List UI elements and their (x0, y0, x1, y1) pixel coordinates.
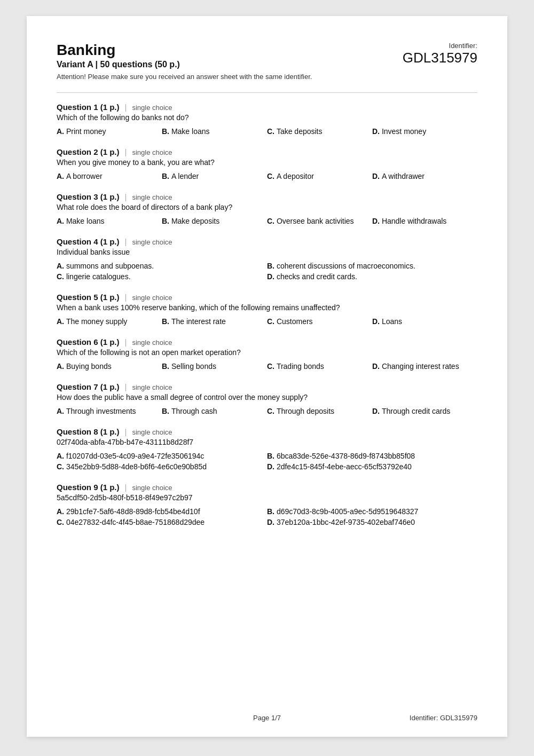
question-1-number: Question 1 (1 p.) (57, 103, 120, 112)
footer-identifier: Identifier: GDL315979 (410, 714, 477, 722)
question-5-option-d: D. Loans (372, 317, 477, 326)
question-1-header: Question 1 (1 p.)|single choice (57, 103, 477, 112)
question-5-option-a: A. The money supply (57, 317, 162, 326)
question-6-option-b: B. Selling bonds (162, 362, 267, 371)
option-letter: C. (267, 172, 277, 180)
option-letter: B. (162, 362, 171, 371)
question-7-option-b: B. Through cash (162, 407, 267, 415)
option-letter: B. (162, 407, 171, 415)
question-7: Question 7 (1 p.)|single choiceHow does … (57, 382, 477, 415)
question-1-option-c: C. Take deposits (267, 127, 372, 136)
option-letter: C. (267, 317, 277, 326)
question-1-option-b: B. Make loans (162, 127, 267, 136)
question-2-number: Question 2 (1 p.) (57, 147, 120, 156)
option-letter: A. (57, 452, 66, 460)
question-6-type: single choice (132, 338, 172, 346)
option-letter: B. (162, 127, 171, 136)
question-9-option-b: B. d69c70d3-8c9b-4005-a9ec-5d9519648327 (267, 507, 477, 516)
option-letter: B. (267, 262, 277, 270)
footer-page: Page 1/7 (253, 714, 281, 722)
question-3-options: A. Make loansB. Make depositsC. Oversee … (57, 217, 477, 225)
question-9-option-c: C. 04e27832-d4fc-4f45-b8ae-751868d29dee (57, 518, 267, 526)
question-7-header: Question 7 (1 p.)|single choice (57, 382, 477, 391)
question-4: Question 4 (1 p.)|single choiceIndividua… (57, 237, 477, 281)
question-8-option-d: D. 2dfe4c15-845f-4ebe-aecc-65cf53792e40 (267, 462, 477, 471)
question-2-separator: | (125, 147, 127, 156)
question-5-separator: | (125, 293, 127, 302)
question-5-type: single choice (132, 294, 172, 302)
option-letter: A. (57, 407, 66, 415)
question-7-option-a: A. Through investments (57, 407, 162, 415)
question-4-type: single choice (132, 238, 172, 246)
question-9-option-d: D. 37eb120a-1bbc-42ef-9735-402ebaf746e0 (267, 518, 477, 526)
questions-container: Question 1 (1 p.)|single choiceWhich of … (57, 103, 477, 526)
question-4-options: A. summons and subpoenas.B. coherent dis… (57, 262, 477, 281)
identifier-value: GDL315979 (403, 50, 477, 66)
question-7-separator: | (125, 382, 127, 391)
question-9-options: A. 29b1cfe7-5af6-48d8-89d8-fcb54be4d10fB… (57, 507, 477, 526)
option-letter: B. (162, 217, 171, 225)
identifier-label: Identifier: (403, 42, 477, 50)
question-8-header: Question 8 (1 p.)|single choice (57, 427, 477, 436)
question-5-header: Question 5 (1 p.)|single choice (57, 293, 477, 302)
question-8-option-b: B. 6bca83de-526e-4378-86d9-f8743bb85f08 (267, 452, 477, 460)
question-3: Question 3 (1 p.)|single choiceWhat role… (57, 192, 477, 225)
option-letter: A. (57, 172, 66, 180)
option-letter: A. (57, 317, 66, 326)
question-1: Question 1 (1 p.)|single choiceWhich of … (57, 103, 477, 136)
question-3-type: single choice (132, 193, 172, 201)
option-letter: A. (57, 362, 66, 371)
question-8-text: 02f740da-abfa-47bb-b47e-43111b8d28f7 (57, 438, 477, 446)
option-letter: D. (372, 407, 382, 415)
option-letter: C. (57, 462, 66, 471)
question-3-separator: | (125, 192, 127, 201)
question-5-option-b: B. The interest rate (162, 317, 267, 326)
header-left: Banking Variant A | 50 questions (50 p.) (57, 42, 180, 69)
question-7-type: single choice (132, 383, 172, 391)
question-7-option-d: D. Through credit cards (372, 407, 477, 415)
question-3-option-c: C. Oversee bank activities (267, 217, 372, 225)
option-letter: D. (372, 172, 382, 180)
question-8-separator: | (125, 427, 127, 436)
question-4-header: Question 4 (1 p.)|single choice (57, 237, 477, 246)
question-7-option-c: C. Through deposits (267, 407, 372, 415)
option-letter: C. (267, 217, 277, 225)
question-2-text: When you give money to a bank, you are w… (57, 158, 477, 167)
question-6-text: Which of the following is not an open ma… (57, 348, 477, 357)
question-9-separator: | (125, 483, 127, 492)
question-5-option-c: C. Customers (267, 317, 372, 326)
question-8-option-a: A. f10207dd-03e5-4c09-a9e4-72fe3506194c (57, 452, 267, 460)
question-4-separator: | (125, 237, 127, 246)
question-9-option-a: A. 29b1cfe7-5af6-48d8-89d8-fcb54be4d10f (57, 507, 267, 516)
option-letter: A. (57, 217, 66, 225)
option-letter: A. (57, 262, 66, 270)
option-letter: B. (267, 452, 277, 460)
question-1-option-a: A. Print money (57, 127, 162, 136)
question-4-option-c: C. lingerie catalogues. (57, 272, 267, 281)
question-5-options: A. The money supplyB. The interest rateC… (57, 317, 477, 326)
question-4-option-b: B. coherent discussions of macroeconomic… (267, 262, 477, 270)
option-letter: C. (57, 272, 66, 281)
question-8-options: A. f10207dd-03e5-4c09-a9e4-72fe3506194cB… (57, 452, 477, 471)
question-6-separator: | (125, 337, 127, 346)
question-8-number: Question 8 (1 p.) (57, 427, 120, 436)
option-letter: A. (57, 127, 66, 136)
question-2-option-b: B. A lender (162, 172, 267, 180)
question-2-option-c: C. A depositor (267, 172, 372, 180)
question-5: Question 5 (1 p.)|single choiceWhen a ba… (57, 293, 477, 326)
question-3-text: What role does the board of directors of… (57, 203, 477, 211)
question-4-text: Individual banks issue (57, 248, 477, 256)
question-7-options: A. Through investmentsB. Through cashC. … (57, 407, 477, 415)
question-4-option-d: D. checks and credit cards. (267, 272, 477, 281)
question-6-option-a: A. Buying bonds (57, 362, 162, 371)
question-3-number: Question 3 (1 p.) (57, 192, 120, 201)
question-6-header: Question 6 (1 p.)|single choice (57, 337, 477, 346)
question-7-text: How does the public have a small degree … (57, 393, 477, 401)
option-letter: C. (267, 362, 277, 371)
question-2-options: A. A borrowerB. A lenderC. A depositorD.… (57, 172, 477, 180)
page-header: Banking Variant A | 50 questions (50 p.)… (57, 42, 477, 69)
question-3-option-a: A. Make loans (57, 217, 162, 225)
question-2-option-a: A. A borrower (57, 172, 162, 180)
option-letter: B. (162, 172, 171, 180)
question-9: Question 9 (1 p.)|single choice5a5cdf50-… (57, 483, 477, 526)
